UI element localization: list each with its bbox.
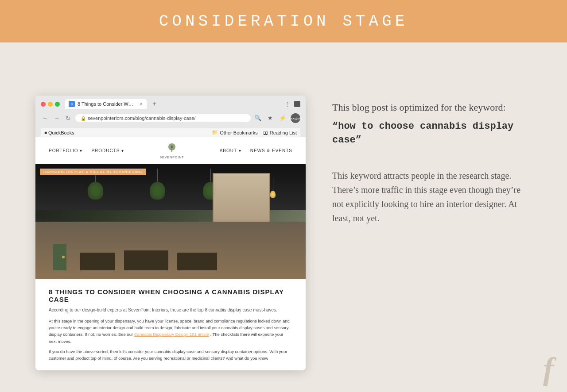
browser-action-icons: 🔍 ★ ⚡ Incognito: [253, 113, 300, 123]
plant-stem-3: [210, 169, 211, 182]
article-link[interactable]: Cannabis Dispensary Design 101 article: [134, 332, 209, 337]
folder-icon: 📁: [212, 130, 218, 135]
tab-favicon: 8: [69, 101, 75, 107]
logo-icon: [166, 142, 178, 155]
site-logo[interactable]: SEVENPOINT: [163, 142, 181, 159]
other-bookmarks-label: Other Bookmarks: [220, 130, 258, 135]
display-counter-3: [177, 253, 217, 270]
extension-icon[interactable]: ⚡: [278, 114, 287, 123]
browser-profile-icon[interactable]: [294, 101, 300, 107]
bookmark-star-icon[interactable]: ★: [266, 114, 275, 123]
article-body-1: At this stage in the opening of your dis…: [49, 318, 292, 345]
reading-list-label: Reading List: [270, 130, 297, 135]
nav-products[interactable]: PRODUCTS ▾: [91, 148, 124, 153]
scene-floor: [35, 222, 306, 279]
bookmark-quickbooks[interactable]: ■ QuickBooks: [44, 130, 74, 135]
plant-stem-2: [157, 169, 158, 182]
site-nav: PORTFOLIO ▾ PRODUCTS ▾ SEVENPOINT ABOUT …: [35, 137, 306, 164]
hero-image: CANNABIS DISPLAY & VISUAL MERCHANDISING: [35, 164, 306, 279]
svg-rect-1: [171, 149, 172, 152]
right-panel: This blog post is optimized for the keyw…: [332, 96, 532, 225]
dot-green[interactable]: [55, 102, 60, 107]
site-content: PORTFOLIO ▾ PRODUCTS ▾ SEVENPOINT ABOUT …: [35, 137, 306, 370]
bookmarks-bar: ■ QuickBooks 📁 Other Bookmarks 🕮 Reading…: [41, 128, 300, 137]
browser-menu-dots[interactable]: ⋮: [283, 100, 291, 108]
intro-text: This blog post is optimized for the keyw…: [332, 100, 532, 115]
browser-mockup: 8 8 Things to Consider When C... × + ⋮ ←…: [35, 96, 306, 370]
light-wire-3: [273, 177, 273, 191]
bookmark-label: QuickBooks: [48, 130, 74, 135]
door-handle: [62, 256, 65, 258]
green-door: [53, 244, 66, 270]
article-title: 8 THINGS TO CONSIDER WHEN CHOOSING A CAN…: [49, 288, 292, 303]
plant-leaves-1: [88, 182, 103, 200]
browser-controls: ← → ↻ 🔒 sevenpointeriors.com/blog/cannab…: [41, 111, 300, 126]
hero-scene: CANNABIS DISPLAY & VISUAL MERCHANDISING: [35, 164, 306, 279]
search-icon[interactable]: 🔍: [253, 114, 262, 123]
reload-button[interactable]: ↻: [64, 114, 73, 123]
tab-title: 8 Things to Consider When C...: [78, 101, 135, 107]
display-counter-1: [80, 253, 115, 270]
new-tab-icon[interactable]: +: [152, 100, 156, 108]
browser-chrome: 8 8 Things to Consider When C... × + ⋮ ←…: [35, 96, 306, 137]
bookmark-icon: ■: [44, 130, 47, 135]
nav-portfolio[interactable]: PORTFOLIO ▾: [49, 148, 82, 153]
keyword-text: “how to choose cannabis display case”: [332, 120, 532, 147]
page-title: CONSIDERATION STAGE: [159, 12, 408, 31]
site-nav-right: ABOUT ▾ NEWS & EVENTS: [220, 148, 292, 153]
back-button[interactable]: ←: [41, 114, 50, 123]
category-badge: CANNABIS DISPLAY & VISUAL MERCHANDISING: [40, 169, 146, 175]
logo-text: SEVENPOINT: [159, 156, 184, 159]
reading-icon: 🕮: [263, 130, 268, 135]
hanging-plant-2: [151, 169, 164, 200]
pendant-light-3: [270, 177, 276, 198]
browser-top-row: 8 8 Things to Consider When C... × + ⋮: [41, 99, 300, 109]
browser-tab[interactable]: 8 8 Things to Consider When C... ×: [65, 99, 147, 109]
forward-button[interactable]: →: [52, 114, 61, 123]
page-header: CONSIDERATION STAGE: [0, 0, 567, 42]
url-display: sevenpointeriors.com/blog/cannabis-displ…: [88, 115, 195, 121]
reading-list-link[interactable]: 🕮 Reading List: [263, 130, 297, 135]
address-bar[interactable]: 🔒 sevenpointeriors.com/blog/cannabis-dis…: [75, 114, 251, 122]
site-nav-left: PORTFOLIO ▾ PRODUCTS ▾: [49, 148, 124, 153]
incognito-label: Incognito: [289, 116, 303, 120]
other-bookmarks-link[interactable]: 📁 Other Bookmarks: [212, 130, 258, 135]
nav-about[interactable]: ABOUT ▾: [220, 148, 241, 153]
dot-yellow[interactable]: [48, 102, 53, 107]
article-body-2: If you do have the above sorted, then le…: [49, 348, 292, 361]
description-text: This keyword attracts people in the rese…: [332, 169, 532, 225]
article-byline: According to our design-build experts at…: [49, 307, 292, 312]
main-content: 8 8 Things to Consider When C... × + ⋮ ←…: [0, 42, 567, 392]
light-bulb-3: [270, 191, 276, 198]
tab-close-icon[interactable]: ×: [140, 101, 143, 107]
nav-news[interactable]: NEWS & EVENTS: [250, 148, 292, 153]
incognito-badge: Incognito: [291, 113, 300, 123]
dot-red[interactable]: [41, 102, 46, 107]
browser-dots: [41, 102, 60, 107]
site-article: 8 THINGS TO CONSIDER WHEN CHOOSING A CAN…: [35, 279, 306, 370]
footer-letter: f: [543, 351, 554, 388]
lock-icon: 🔒: [81, 116, 86, 121]
plant-leaves-2: [150, 182, 165, 200]
display-counter-2: [124, 250, 168, 270]
